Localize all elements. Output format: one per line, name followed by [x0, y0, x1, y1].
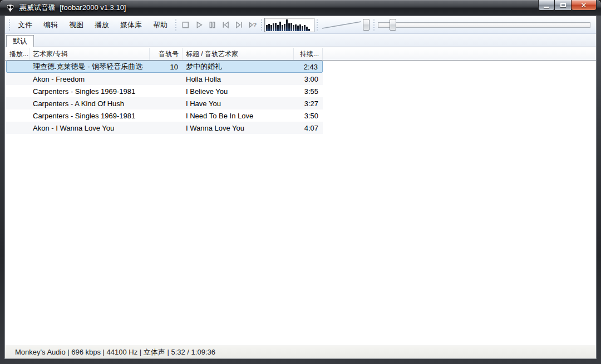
cell-artist_album: Akon - I Wanna Love You — [29, 124, 150, 132]
menu-item-5[interactable]: 帮助 — [147, 16, 173, 33]
volume-grip-handle[interactable] — [316, 19, 318, 31]
titlebar[interactable]: 惠威试音碟 [foobar2000 v1.3.10] ✕ — [0, 0, 601, 16]
previous-icon — [221, 20, 230, 29]
spectrum-bar-19 — [308, 29, 310, 31]
cell-artist_album: Carpenters - Singles 1969-1981 — [29, 112, 150, 120]
playlist-row-2[interactable]: Carpenters - Singles 1969-1981I Believe … — [6, 85, 323, 97]
pause-icon — [208, 20, 217, 29]
cell-artist_album: Carpenters - A Kind Of Hush — [29, 99, 150, 108]
cell-artist_album: 理查德.克莱德曼 - 钢琴轻音乐曲选 — [29, 62, 150, 72]
spectrum-bar-1 — [268, 24, 270, 31]
random-icon: ? — [248, 20, 257, 29]
playlist-tab-strip: 默认 — [5, 34, 596, 47]
spectrum-bar-13 — [295, 24, 297, 31]
minimize-icon — [544, 7, 549, 8]
minimize-button[interactable] — [538, 0, 555, 11]
foobar2000-app-icon[interactable] — [6, 4, 15, 12]
volume-slider[interactable] — [320, 18, 371, 32]
spectrum-bar-12 — [293, 25, 294, 31]
spectrum-bar-9 — [286, 19, 288, 31]
cell-artist_album: Carpenters - Singles 1969-1981 — [29, 87, 150, 96]
cell-artist_album: Akon - Freedom — [29, 75, 150, 83]
column-header-title[interactable]: 标题 / 音轨艺术家 — [183, 48, 294, 60]
menu-item-2[interactable]: 视图 — [63, 16, 89, 33]
column-header-artist_album[interactable]: 艺术家/专辑 — [29, 48, 150, 60]
menu-item-1[interactable]: 编辑 — [38, 16, 63, 33]
random-button[interactable]: ? — [245, 18, 259, 32]
stop-icon — [181, 20, 190, 29]
column-header-track[interactable]: 音轨号 — [150, 48, 183, 60]
spectrum-visualizer[interactable] — [264, 18, 314, 32]
close-button[interactable]: ✕ — [572, 0, 597, 11]
client-area: 文件编辑视图播放媒体库帮助 ? 默认 播放...艺术家/专辑音轨号标题 / 音轨… — [4, 16, 597, 359]
spectrum-bar-15 — [299, 24, 301, 31]
cell-title: I Have You — [183, 99, 294, 108]
spectrum-bar-11 — [290, 23, 292, 31]
maximize-icon — [560, 3, 566, 7]
cell-title: Holla Holla — [183, 75, 294, 83]
menu-item-0[interactable]: 文件 — [12, 16, 38, 33]
maximize-button[interactable] — [555, 0, 572, 11]
playlist-panel: 播放...艺术家/专辑音轨号标题 / 音轨艺术家持续... 理查德.克莱德曼 -… — [5, 48, 596, 346]
spectrum-bar-18 — [306, 27, 308, 31]
spectrum-bar-14 — [297, 26, 299, 31]
seekbar[interactable] — [377, 18, 590, 32]
svg-text:?: ? — [253, 22, 257, 28]
play-icon — [194, 20, 204, 29]
spectrum-bar-17 — [304, 25, 306, 31]
column-header-duration[interactable]: 持续... — [294, 48, 323, 60]
cell-duration: 2:43 — [294, 63, 322, 71]
spectrum-bar-0 — [266, 25, 268, 31]
cell-duration: 3:00 — [294, 75, 323, 83]
spectrum-grip-handle[interactable] — [260, 19, 263, 31]
cell-title: I Believe You — [183, 87, 294, 96]
column-header-playing[interactable]: 播放... — [6, 48, 29, 60]
menubar-grip-handle[interactable] — [8, 19, 11, 31]
previous-button[interactable] — [219, 18, 232, 32]
window-controls: ✕ — [538, 0, 597, 11]
app-window: 惠威试音碟 [foobar2000 v1.3.10] ✕ 文件编辑视图播放媒体库… — [0, 0, 601, 364]
spectrum-bar-7 — [282, 25, 283, 31]
seekbar-grip-handle[interactable] — [373, 19, 375, 31]
playlist-row-1[interactable]: Akon - FreedomHolla Holla3:00 — [6, 73, 323, 85]
playlist-row-4[interactable]: Carpenters - Singles 1969-1981I Need To … — [6, 109, 323, 122]
menu-item-4[interactable]: 媒体库 — [115, 16, 147, 33]
playback-buttons: ? — [179, 18, 259, 32]
playlist-row-3[interactable]: Carpenters - A Kind Of HushI Have You3:2… — [6, 97, 323, 109]
spectrum-bar-16 — [302, 26, 303, 31]
playlist-rows: 理查德.克莱德曼 - 钢琴轻音乐曲选10梦中的婚礼2:43Akon - Free… — [6, 61, 323, 134]
spectrum-bar-10 — [288, 23, 290, 31]
spectrum-bar-5 — [277, 25, 279, 31]
window-title: 惠威试音碟 [foobar2000 v1.3.10] — [19, 3, 126, 13]
cell-duration: 4:07 — [294, 124, 323, 132]
menu-item-3[interactable]: 播放 — [89, 16, 115, 33]
stop-button[interactable] — [179, 18, 192, 32]
seekbar-track[interactable] — [378, 22, 590, 28]
spectrum-bar-6 — [279, 22, 281, 31]
playlist-row-5[interactable]: Akon - I Wanna Love YouI Wanna Love You4… — [6, 122, 323, 134]
next-icon — [234, 20, 244, 29]
playlist-header: 播放...艺术家/专辑音轨号标题 / 音轨艺术家持续... — [5, 48, 596, 61]
cell-track: 10 — [150, 63, 183, 71]
cell-duration: 3:27 — [294, 99, 323, 108]
cell-title: 梦中的婚礼 — [183, 62, 294, 72]
volume-slider-thumb[interactable] — [363, 19, 370, 31]
next-button[interactable] — [232, 18, 245, 32]
spectrum-bar-8 — [284, 24, 285, 31]
spectrum-bar-3 — [273, 23, 274, 31]
statusbar-text: Monkey's Audio | 696 kbps | 44100 Hz | 立… — [15, 347, 215, 357]
tab-default-playlist[interactable]: 默认 — [6, 35, 34, 47]
playback-grip-handle[interactable] — [175, 19, 177, 31]
menubar: 文件编辑视图播放媒体库帮助 — [12, 16, 173, 33]
statusbar: Monkey's Audio | 696 kbps | 44100 Hz | 立… — [5, 346, 596, 358]
cell-title: I Wanna Love You — [183, 124, 294, 132]
seekbar-thumb[interactable] — [390, 19, 396, 31]
cell-duration: 3:55 — [294, 87, 323, 96]
spectrum-bar-2 — [270, 25, 272, 31]
pause-button[interactable] — [205, 18, 219, 32]
playlist-row-0[interactable]: 理查德.克莱德曼 - 钢琴轻音乐曲选10梦中的婚礼2:43 — [6, 61, 323, 73]
column-header-filler — [323, 48, 596, 60]
spectrum-bar-4 — [275, 23, 277, 31]
close-icon: ✕ — [581, 1, 587, 10]
play-button[interactable] — [192, 18, 205, 32]
